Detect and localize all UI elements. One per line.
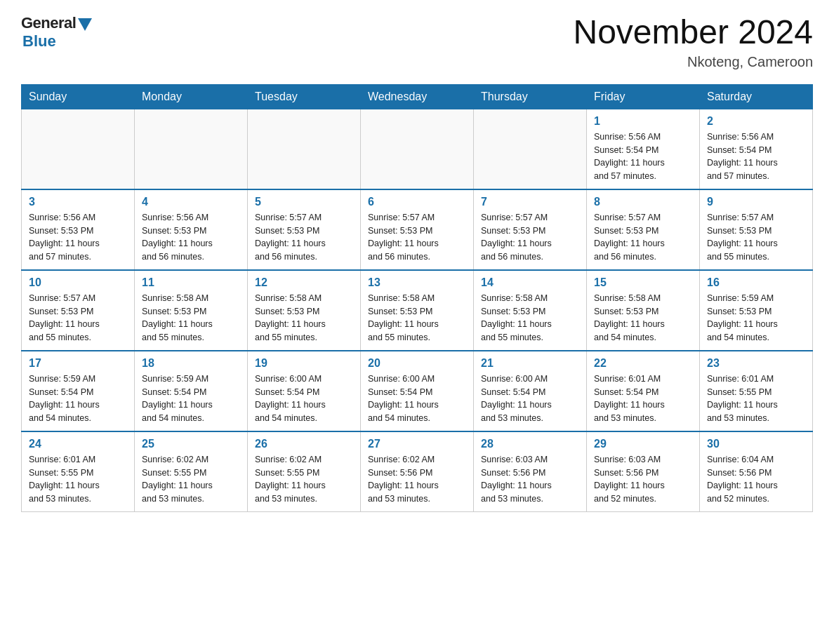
calendar-cell: 25Sunrise: 6:02 AMSunset: 5:55 PMDayligh… (135, 431, 248, 512)
calendar-cell: 20Sunrise: 6:00 AMSunset: 5:54 PMDayligh… (361, 351, 474, 431)
calendar-cell (248, 109, 361, 189)
day-info: Sunrise: 5:57 AMSunset: 5:53 PMDaylight:… (29, 292, 127, 344)
day-info: Sunrise: 5:58 AMSunset: 5:53 PMDaylight:… (255, 292, 353, 344)
day-info: Sunrise: 5:59 AMSunset: 5:53 PMDaylight:… (707, 292, 805, 344)
day-info: Sunrise: 6:01 AMSunset: 5:54 PMDaylight:… (594, 373, 692, 425)
day-number: 7 (481, 196, 579, 208)
day-info: Sunrise: 5:58 AMSunset: 5:53 PMDaylight:… (594, 292, 692, 344)
header-wednesday: Wednesday (361, 84, 474, 109)
calendar-cell: 8Sunrise: 5:57 AMSunset: 5:53 PMDaylight… (587, 189, 700, 270)
day-number: 19 (255, 357, 353, 370)
calendar-cell (135, 109, 248, 189)
day-info: Sunrise: 5:59 AMSunset: 5:54 PMDaylight:… (142, 373, 240, 425)
calendar-cell: 13Sunrise: 5:58 AMSunset: 5:53 PMDayligh… (361, 270, 474, 351)
calendar-cell: 23Sunrise: 6:01 AMSunset: 5:55 PMDayligh… (700, 351, 813, 431)
calendar-cell: 6Sunrise: 5:57 AMSunset: 5:53 PMDaylight… (361, 189, 474, 270)
day-info: Sunrise: 6:01 AMSunset: 5:55 PMDaylight:… (707, 373, 805, 425)
calendar-header-row: SundayMondayTuesdayWednesdayThursdayFrid… (22, 84, 813, 109)
day-number: 20 (368, 357, 466, 370)
day-info: Sunrise: 6:04 AMSunset: 5:56 PMDaylight:… (707, 453, 805, 506)
day-info: Sunrise: 5:56 AMSunset: 5:54 PMDaylight:… (594, 130, 692, 183)
calendar-cell: 24Sunrise: 6:01 AMSunset: 5:55 PMDayligh… (22, 431, 135, 512)
day-number: 18 (142, 357, 240, 370)
day-number: 25 (142, 438, 240, 450)
calendar-cell: 15Sunrise: 5:58 AMSunset: 5:53 PMDayligh… (587, 270, 700, 351)
day-info: Sunrise: 6:03 AMSunset: 5:56 PMDaylight:… (594, 453, 692, 506)
day-info: Sunrise: 6:02 AMSunset: 5:56 PMDaylight:… (368, 453, 466, 506)
calendar-cell (22, 109, 135, 189)
day-number: 21 (481, 357, 579, 370)
calendar-cell: 27Sunrise: 6:02 AMSunset: 5:56 PMDayligh… (361, 431, 474, 512)
day-number: 17 (29, 357, 127, 370)
day-info: Sunrise: 5:57 AMSunset: 5:53 PMDaylight:… (707, 211, 805, 264)
header-saturday: Saturday (700, 84, 813, 109)
logo-general-text: General (21, 14, 76, 32)
day-number: 5 (255, 196, 353, 208)
logo-blue-text: Blue (22, 32, 56, 51)
day-number: 26 (255, 438, 353, 450)
calendar-week-row: 3Sunrise: 5:56 AMSunset: 5:53 PMDaylight… (22, 189, 813, 270)
day-number: 14 (481, 276, 579, 289)
calendar-table: SundayMondayTuesdayWednesdayThursdayFrid… (21, 84, 813, 512)
day-number: 28 (481, 438, 579, 450)
calendar-cell: 2Sunrise: 5:56 AMSunset: 5:54 PMDaylight… (700, 109, 813, 189)
calendar-cell: 16Sunrise: 5:59 AMSunset: 5:53 PMDayligh… (700, 270, 813, 351)
calendar-cell: 19Sunrise: 6:00 AMSunset: 5:54 PMDayligh… (248, 351, 361, 431)
location: Nkoteng, Cameroon (573, 54, 813, 70)
calendar-cell: 9Sunrise: 5:57 AMSunset: 5:53 PMDaylight… (700, 189, 813, 270)
logo: General Blue (21, 14, 92, 51)
day-number: 6 (368, 196, 466, 208)
day-info: Sunrise: 6:03 AMSunset: 5:56 PMDaylight:… (481, 453, 579, 506)
day-info: Sunrise: 5:57 AMSunset: 5:53 PMDaylight:… (481, 211, 579, 264)
calendar-cell: 30Sunrise: 6:04 AMSunset: 5:56 PMDayligh… (700, 431, 813, 512)
day-number: 16 (707, 276, 805, 289)
day-number: 2 (707, 115, 805, 128)
header-sunday: Sunday (22, 84, 135, 109)
calendar-cell: 4Sunrise: 5:56 AMSunset: 5:53 PMDaylight… (135, 189, 248, 270)
day-info: Sunrise: 5:57 AMSunset: 5:53 PMDaylight:… (594, 211, 692, 264)
calendar-cell: 5Sunrise: 5:57 AMSunset: 5:53 PMDaylight… (248, 189, 361, 270)
day-number: 12 (255, 276, 353, 289)
calendar-cell: 29Sunrise: 6:03 AMSunset: 5:56 PMDayligh… (587, 431, 700, 512)
calendar-cell: 1Sunrise: 5:56 AMSunset: 5:54 PMDaylight… (587, 109, 700, 189)
day-info: Sunrise: 5:57 AMSunset: 5:53 PMDaylight:… (368, 211, 466, 264)
calendar-cell (474, 109, 587, 189)
day-info: Sunrise: 6:02 AMSunset: 5:55 PMDaylight:… (255, 453, 353, 506)
day-info: Sunrise: 5:56 AMSunset: 5:53 PMDaylight:… (142, 211, 240, 264)
calendar-cell: 12Sunrise: 5:58 AMSunset: 5:53 PMDayligh… (248, 270, 361, 351)
header-thursday: Thursday (474, 84, 587, 109)
day-number: 23 (707, 357, 805, 370)
day-info: Sunrise: 5:56 AMSunset: 5:53 PMDaylight:… (29, 211, 127, 264)
day-info: Sunrise: 5:57 AMSunset: 5:53 PMDaylight:… (255, 211, 353, 264)
header-tuesday: Tuesday (248, 84, 361, 109)
day-number: 3 (29, 196, 127, 208)
calendar-cell (361, 109, 474, 189)
calendar-week-row: 1Sunrise: 5:56 AMSunset: 5:54 PMDaylight… (22, 109, 813, 189)
calendar-cell: 14Sunrise: 5:58 AMSunset: 5:53 PMDayligh… (474, 270, 587, 351)
day-number: 22 (594, 357, 692, 370)
day-number: 30 (707, 438, 805, 450)
calendar-cell: 17Sunrise: 5:59 AMSunset: 5:54 PMDayligh… (22, 351, 135, 431)
day-info: Sunrise: 6:01 AMSunset: 5:55 PMDaylight:… (29, 453, 127, 506)
day-info: Sunrise: 6:00 AMSunset: 5:54 PMDaylight:… (481, 373, 579, 425)
day-number: 29 (594, 438, 692, 450)
calendar-cell: 10Sunrise: 5:57 AMSunset: 5:53 PMDayligh… (22, 270, 135, 351)
calendar-week-row: 10Sunrise: 5:57 AMSunset: 5:53 PMDayligh… (22, 270, 813, 351)
day-number: 9 (707, 196, 805, 208)
calendar-cell: 21Sunrise: 6:00 AMSunset: 5:54 PMDayligh… (474, 351, 587, 431)
day-number: 10 (29, 276, 127, 289)
day-info: Sunrise: 5:59 AMSunset: 5:54 PMDaylight:… (29, 373, 127, 425)
month-title: November 2024 (573, 14, 813, 51)
calendar-cell: 18Sunrise: 5:59 AMSunset: 5:54 PMDayligh… (135, 351, 248, 431)
calendar-week-row: 17Sunrise: 5:59 AMSunset: 5:54 PMDayligh… (22, 351, 813, 431)
day-number: 1 (594, 115, 692, 128)
day-number: 4 (142, 196, 240, 208)
header-monday: Monday (135, 84, 248, 109)
calendar-cell: 11Sunrise: 5:58 AMSunset: 5:53 PMDayligh… (135, 270, 248, 351)
day-info: Sunrise: 5:58 AMSunset: 5:53 PMDaylight:… (481, 292, 579, 344)
day-info: Sunrise: 5:58 AMSunset: 5:53 PMDaylight:… (368, 292, 466, 344)
calendar-cell: 7Sunrise: 5:57 AMSunset: 5:53 PMDaylight… (474, 189, 587, 270)
page-header: General Blue November 2024 Nkoteng, Came… (21, 14, 813, 70)
day-number: 11 (142, 276, 240, 289)
logo-triangle-icon (78, 18, 92, 31)
